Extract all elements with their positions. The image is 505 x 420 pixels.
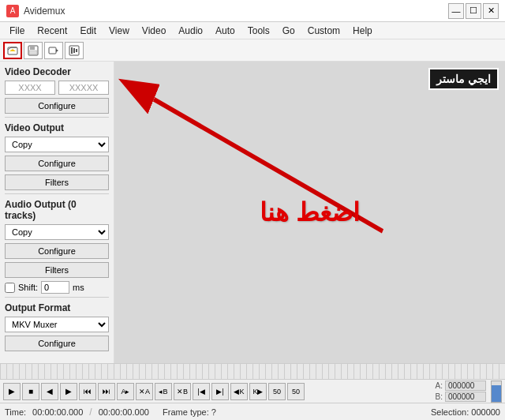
next-keyframe-button[interactable]: K▶ — [249, 383, 267, 400]
goto-end-button[interactable]: ▶| — [211, 383, 229, 400]
shift-input[interactable] — [41, 281, 69, 294]
svg-rect-9 — [76, 49, 77, 52]
rewind-button[interactable]: ⏮ — [79, 383, 96, 400]
b-row: B: 000000 — [436, 392, 486, 402]
skip-forward-button[interactable]: 50 — [287, 383, 305, 400]
menu-video[interactable]: Video — [136, 24, 172, 38]
menu-view[interactable]: View — [103, 24, 136, 38]
svg-rect-2 — [30, 46, 35, 50]
preview-panel: اضغط هنا ايجي ماستر — [114, 62, 505, 363]
minimize-button[interactable]: — — [448, 3, 464, 19]
video-output-filters-button[interactable]: Filters — [5, 174, 109, 190]
video-button[interactable] — [44, 42, 63, 59]
menu-auto[interactable]: Auto — [209, 24, 241, 38]
window-controls: — ☐ ✕ — [448, 3, 499, 19]
timeline-bar — [0, 364, 505, 379]
status-bar: Time: 00:00:00.000 / 00:00:00.000 Frame … — [0, 403, 505, 420]
timeline[interactable] — [0, 363, 505, 379]
audio-output-filters-button[interactable]: Filters — [5, 262, 109, 278]
goto-start-button[interactable]: |◀ — [193, 383, 210, 400]
toolbar — [0, 39, 505, 62]
ab-section: A: 000000 B: 000000 — [436, 381, 486, 402]
svg-rect-4 — [49, 47, 56, 54]
playback-controls: ▶ ■ ◀ ▶ ⏮ ⏭ A▸ ✕A ◂B ✕B |◀ ▶| ◀K K▶ 50 5… — [0, 379, 505, 403]
shift-label: Shift: — [18, 283, 38, 292]
app-icon: A — [6, 5, 19, 17]
video-output-select[interactable]: Copy MPEG-4 AVC HEVC — [5, 137, 109, 152]
output-format-select[interactable]: MKV Muxer MP4 Muxer AVI Muxer — [5, 317, 109, 332]
decoder-val1: XXXX — [5, 81, 55, 95]
arabic-instruction-text: اضغط هنا — [260, 197, 360, 227]
save-icon — [28, 45, 39, 56]
skip-back-button[interactable]: 50 — [268, 383, 286, 400]
menu-recent[interactable]: Recent — [31, 24, 73, 38]
maximize-button[interactable]: ☐ — [466, 3, 481, 19]
next-frame-button[interactable]: ▶ — [60, 383, 77, 400]
menu-go[interactable]: Go — [276, 24, 301, 38]
output-format-label: Output Format — [5, 302, 109, 313]
audio-output-configure-button[interactable]: Configure — [5, 243, 109, 259]
menu-file[interactable]: File — [3, 24, 31, 38]
menu-edit[interactable]: Edit — [73, 24, 103, 38]
menu-help[interactable]: Help — [346, 24, 379, 38]
b-value: 000000 — [445, 392, 486, 402]
set-a-button[interactable]: A▸ — [117, 383, 134, 400]
frame-type-label: Frame type: ? — [155, 407, 216, 417]
video-output-label: Video Output — [5, 122, 109, 133]
prev-frame-button[interactable]: ◀ — [41, 383, 58, 400]
video-output-configure-button[interactable]: Configure — [5, 156, 109, 171]
a-row: A: 000000 — [436, 381, 486, 391]
a-label: A: — [436, 381, 443, 390]
menu-tools[interactable]: Tools — [241, 24, 276, 38]
selection-label: Selection: 000000 — [431, 407, 500, 417]
svg-rect-8 — [73, 48, 75, 53]
current-time: 00:00:00.000 — [32, 407, 83, 417]
svg-rect-7 — [71, 47, 73, 54]
audio-output-select[interactable]: Copy AAC MP3 — [5, 224, 109, 240]
svg-rect-3 — [29, 51, 37, 54]
close-button[interactable]: ✕ — [483, 3, 499, 19]
right-controls: A: 000000 B: 000000 — [436, 381, 502, 403]
menu-custom[interactable]: Custom — [301, 24, 346, 38]
svg-marker-5 — [56, 49, 58, 52]
video-decoder-label: Video Decoder — [5, 66, 109, 77]
video-icon — [48, 45, 59, 56]
prev-keyframe-button[interactable]: ◀K — [230, 383, 248, 400]
stop-button[interactable]: ■ — [22, 383, 39, 400]
title-bar: A Avidemux — ☐ ✕ — [0, 0, 505, 22]
shift-checkbox[interactable] — [5, 283, 15, 293]
total-time: 00:00:00.000 — [99, 407, 149, 417]
time-label: Time: — [5, 407, 26, 417]
decoder-row: XXXX XXXXX — [5, 81, 109, 95]
left-panel: Video Decoder XXXX XXXXX Configure Video… — [0, 62, 114, 363]
open-icon — [7, 45, 18, 56]
decoder-val2: XXXXX — [58, 81, 109, 95]
watermark: ايجي ماستر — [428, 68, 499, 90]
play-button[interactable]: ▶ — [3, 383, 21, 400]
save-button[interactable] — [24, 42, 43, 59]
audio-output-label: Audio Output (0 tracks) — [5, 199, 109, 221]
open-button[interactable] — [3, 42, 22, 59]
clear-a-button[interactable]: ✕A — [136, 383, 153, 400]
fast-forward-button[interactable]: ⏭ — [98, 383, 115, 400]
menu-bar: File Recent Edit View Video Audio Auto T… — [0, 22, 505, 39]
shift-ms-label: ms — [73, 283, 84, 292]
app-title: Avidemux — [24, 6, 65, 17]
main-content: Video Decoder XXXX XXXXX Configure Video… — [0, 62, 505, 363]
time-separator: / — [89, 407, 92, 418]
audio-button[interactable] — [65, 42, 84, 59]
volume-fill — [492, 385, 501, 402]
volume-slider[interactable] — [491, 381, 502, 403]
audio-icon — [69, 45, 80, 56]
b-label: B: — [436, 392, 443, 401]
a-value: 000000 — [445, 381, 486, 391]
output-format-configure-button[interactable]: Configure — [5, 336, 109, 351]
set-b-button[interactable]: ◂B — [155, 383, 172, 400]
menu-audio[interactable]: Audio — [172, 24, 209, 38]
video-decoder-configure-button[interactable]: Configure — [5, 98, 109, 114]
clear-b-button[interactable]: ✕B — [174, 383, 191, 400]
shift-row: Shift: ms — [5, 281, 109, 294]
